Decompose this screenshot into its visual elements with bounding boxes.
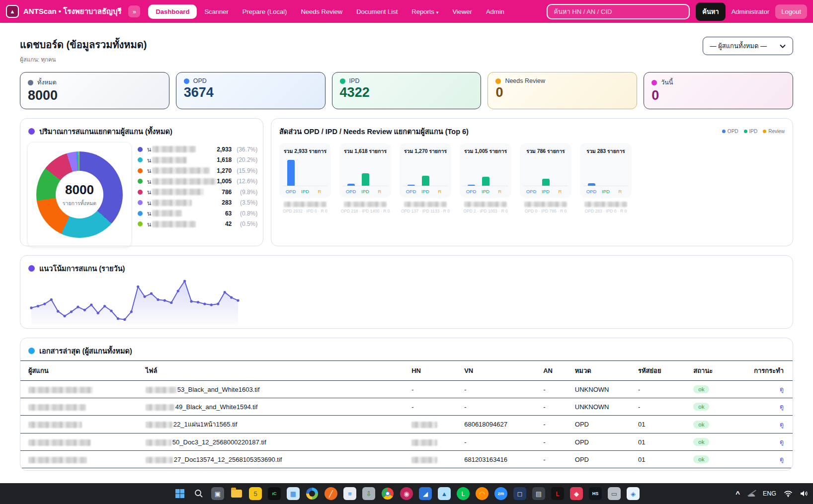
axis-label-r: R bbox=[554, 189, 566, 194]
legend-percent: (15.9%) bbox=[232, 167, 257, 174]
nav-item-scanner[interactable]: Scanner bbox=[198, 4, 235, 19]
redacted-file-prefix bbox=[146, 422, 172, 428]
mini-axis-labels: OPDIPDR bbox=[523, 189, 568, 194]
view-document-link[interactable]: ดู bbox=[780, 456, 784, 463]
cell-subcode: - bbox=[634, 398, 689, 416]
taskbar-icon-app-navy[interactable]: ◻ bbox=[513, 487, 526, 500]
volume-icon[interactable] bbox=[800, 490, 808, 497]
mini-axis-labels: OPDIPDR bbox=[583, 189, 628, 194]
taskbar-icon-app-gray-grid[interactable]: ▤ bbox=[532, 487, 545, 500]
wifi-icon[interactable] bbox=[784, 490, 793, 497]
opd-bar bbox=[407, 185, 415, 186]
taskbar-icon-printer[interactable]: ▭ bbox=[608, 487, 621, 500]
opd-bar bbox=[287, 160, 295, 186]
view-document-link[interactable]: ดู bbox=[780, 403, 784, 410]
logout-button[interactable]: Logout bbox=[775, 4, 807, 19]
redacted-scanner-name bbox=[28, 457, 87, 463]
taskbar-icon-app-rose[interactable]: ◆ bbox=[570, 487, 583, 500]
taskbar-icon-search[interactable] bbox=[192, 487, 205, 500]
legend-name-prefix: น bbox=[147, 166, 151, 175]
taskbar-icon-chrome[interactable] bbox=[381, 487, 394, 500]
mini-chart-caption: OPD 283 · IPD 0 · R 0 bbox=[580, 209, 632, 214]
view-document-link[interactable]: ดู bbox=[780, 421, 784, 428]
redacted-name bbox=[152, 210, 182, 216]
stat-dot-icon bbox=[651, 80, 657, 85]
taskbar-icon-file-explorer[interactable] bbox=[230, 487, 243, 500]
search-input[interactable] bbox=[547, 4, 690, 19]
axis-label-ipd: IPD bbox=[600, 189, 612, 194]
mini-chart-total: รวม 1,005 รายการ bbox=[463, 147, 508, 155]
redacted-name bbox=[152, 167, 210, 174]
taskbar-icon-app-red-dots[interactable]: ◉ bbox=[400, 487, 413, 500]
taskbar-icon-vscode[interactable]: ◢ bbox=[419, 487, 432, 500]
cell-an: - bbox=[539, 433, 571, 451]
bar-slot-opd bbox=[406, 158, 415, 186]
cell-hn bbox=[407, 451, 460, 468]
taskbar-icon-app-hs[interactable]: HS bbox=[589, 487, 602, 500]
taskbar-icon-notepad[interactable]: ≡ bbox=[343, 487, 356, 500]
top6-legend-label: IPD bbox=[749, 129, 758, 134]
view-document-link[interactable]: ดู bbox=[780, 438, 784, 445]
legend-value: 2,933 bbox=[217, 146, 232, 153]
taskbar-icon-photos[interactable]: ▲ bbox=[438, 487, 451, 500]
taskbar-icon-task-view[interactable]: ▣ bbox=[211, 487, 224, 500]
file-name: 27_Doc13574_12_2568105353690.tif bbox=[174, 456, 282, 463]
redacted-file-prefix bbox=[146, 439, 171, 446]
taskbar-icon-line-app[interactable]: L bbox=[457, 487, 470, 500]
cell-file: 50_Doc3_12_2568000220187.tif bbox=[142, 433, 407, 451]
nav-item-admin[interactable]: Admin bbox=[480, 4, 511, 19]
axis-label-opd: OPD bbox=[285, 189, 297, 194]
cell-an: - bbox=[539, 468, 571, 471]
bar-slot-opd bbox=[587, 158, 596, 186]
language-indicator[interactable]: ENG bbox=[763, 490, 776, 497]
cell-an: - bbox=[539, 451, 571, 468]
redacted-file-prefix bbox=[146, 387, 176, 393]
redacted-name bbox=[152, 157, 187, 163]
stat-card-value: 0 bbox=[651, 88, 785, 103]
mini-chart-total: รวม 283 รายการ bbox=[583, 147, 628, 155]
taskbar-icon-firefox[interactable]: ◠ bbox=[476, 487, 488, 500]
scanner-filter-select[interactable]: — ผู้สแกนทั้งหมด — bbox=[703, 37, 793, 55]
tray-chevron-icon[interactable]: ^ bbox=[735, 490, 740, 498]
ipd-bar bbox=[482, 177, 489, 186]
table-row: 25_Doc02624_12_2568105148912.tif68120316… bbox=[20, 468, 793, 471]
top6-legend-label: Review bbox=[768, 129, 785, 134]
taskbar-icon-windows-start[interactable] bbox=[173, 487, 186, 500]
onedrive-paused-icon[interactable]: ☁ bbox=[747, 489, 755, 499]
caret-down-icon: ▾ bbox=[436, 10, 439, 15]
taskbar-icon-app-yellow-5[interactable]: 5 bbox=[249, 487, 262, 500]
cell-scanner bbox=[20, 451, 142, 468]
nav-item-needs-review[interactable]: Needs Review bbox=[294, 4, 349, 19]
nav-item-dashboard[interactable]: Dashboard bbox=[148, 4, 197, 19]
mini-chart-caption: OPD 0 · IPD 786 · R 0 bbox=[520, 209, 571, 214]
taskbar-icon-zoom[interactable]: zm bbox=[494, 487, 507, 500]
stat-card-label-text: Needs Review bbox=[505, 77, 545, 84]
windows-taskbar: ▣5ıC▦╱≡⇩◉◢▲L◠zm◻▤L◆HS▭◈ ^ ☁ ENG bbox=[0, 483, 813, 504]
taskbar-icon-app-color-ring[interactable] bbox=[306, 487, 319, 500]
mini-bar-card: รวม 2,933 รายการOPDIPDR bbox=[279, 143, 331, 198]
bar-slot-r bbox=[435, 158, 444, 186]
status-badge: ok bbox=[693, 403, 709, 411]
stat-card-ipd: IPD4322 bbox=[332, 72, 482, 109]
nav-item-document-list[interactable]: Document List bbox=[350, 4, 404, 19]
table-row: 49_Black_and_White1594.tif---UNKNOWN-okด… bbox=[20, 398, 793, 416]
taskbar-icon-secure-folder[interactable]: ⇩ bbox=[362, 487, 375, 500]
taskbar-icon-app-orange-pen[interactable]: ╱ bbox=[325, 487, 337, 500]
stat-dot-icon bbox=[495, 78, 501, 84]
taskbar-icon-app-blue-chip[interactable]: ▦ bbox=[287, 487, 300, 500]
redacted-scanner-name bbox=[28, 387, 93, 393]
legend-scanner-name: น bbox=[147, 177, 217, 186]
search-button[interactable]: ค้นหา bbox=[696, 2, 725, 21]
nav-collapse-button[interactable]: » bbox=[128, 5, 140, 17]
mini-chart-total: รวม 2,933 รายการ bbox=[283, 147, 327, 155]
taskbar-icon-terminal-mc[interactable]: ıC bbox=[268, 487, 281, 500]
table-row: 22_1แผ่น1หน้า1565.tif680618094627-OPD01o… bbox=[20, 416, 793, 433]
nav-item-viewer[interactable]: Viewer bbox=[446, 4, 479, 19]
taskbar-icon-app-l-red[interactable]: L bbox=[551, 487, 564, 500]
nav-item-prepare-local-[interactable]: Prepare (Local) bbox=[236, 4, 294, 19]
nav-item-reports[interactable]: Reports▾ bbox=[405, 4, 445, 19]
mini-bars bbox=[403, 158, 448, 186]
view-document-link[interactable]: ดู bbox=[780, 386, 784, 393]
taskbar-icon-app-shield[interactable]: ◈ bbox=[627, 487, 640, 500]
stat-card-value: 0 bbox=[495, 85, 629, 100]
